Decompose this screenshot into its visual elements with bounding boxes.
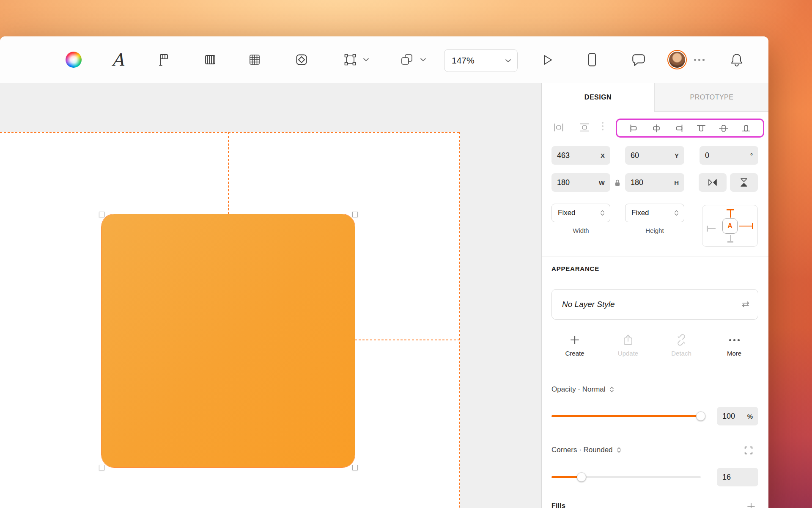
selection-handle-bottom-right[interactable]	[352, 465, 358, 470]
layer-style-select[interactable]: No Layer Style	[551, 289, 758, 320]
corner-radius-value: 16	[722, 473, 731, 482]
opacity-slider[interactable]	[551, 411, 701, 421]
measure-tool-button[interactable]	[154, 50, 173, 69]
zoom-select[interactable]: 147%	[444, 49, 518, 72]
x-value: 463	[557, 151, 570, 160]
swap-style-icon[interactable]	[741, 301, 750, 308]
corners-label: Corners · Rounded	[551, 446, 613, 454]
flip-vertical-button[interactable]	[730, 173, 758, 192]
mirror-device-button[interactable]	[583, 50, 601, 69]
canvas[interactable]	[0, 83, 541, 508]
text-tool-button[interactable]: A	[109, 50, 127, 69]
width-unit: W	[599, 179, 605, 186]
style-update-button: Update	[607, 334, 649, 357]
frame-selection-icon	[343, 52, 358, 67]
y-input[interactable]: 60 Y	[625, 146, 684, 165]
selection-handle-top-left[interactable]	[99, 212, 104, 217]
height-sizing-select[interactable]: Fixed	[625, 204, 684, 222]
constraint-pin-bottom-icon[interactable]	[730, 235, 731, 241]
section-divider	[542, 257, 768, 257]
update-arrow-icon	[622, 334, 634, 346]
corners-type-row[interactable]: Corners · Rounded	[551, 446, 621, 454]
align-middle-vertical-icon[interactable]	[718, 124, 729, 133]
account-avatar[interactable]	[667, 50, 687, 69]
width-sizing-select[interactable]: Fixed	[551, 204, 610, 222]
artboard-guide-top	[0, 132, 460, 133]
preview-play-button[interactable]	[538, 50, 556, 69]
inspector-panel: DESIGN PROTOTYPE	[541, 83, 768, 508]
tab-prototype-label: PROTOTYPE	[690, 94, 734, 101]
plus-icon	[571, 336, 579, 344]
align-center-horizontal-icon[interactable]	[651, 124, 662, 133]
height-input[interactable]: 180 H	[625, 173, 684, 192]
color-picker-button[interactable]	[64, 50, 83, 69]
align-right-icon[interactable]	[673, 124, 684, 133]
distribute-vertical-icon	[579, 123, 590, 132]
corner-radius-slider[interactable]	[551, 472, 701, 482]
style-create-button[interactable]: Create	[554, 334, 596, 357]
stepper-chevrons-icon[interactable]	[609, 386, 614, 393]
grid-button[interactable]	[245, 50, 264, 69]
height-unit: H	[674, 179, 679, 186]
grid-icon	[247, 52, 262, 67]
flip-horizontal-button[interactable]	[699, 173, 727, 192]
more-dot-icon	[694, 59, 696, 61]
corner-radius-input[interactable]: 16	[717, 468, 758, 486]
artboard-guide-vertical-right	[459, 132, 460, 508]
opacity-value-input[interactable]: 100 %	[717, 407, 758, 425]
comments-button[interactable]	[629, 50, 648, 69]
ellipsis-icon	[713, 334, 755, 346]
notifications-button[interactable]	[727, 50, 746, 69]
align-left-icon[interactable]	[628, 124, 639, 133]
align-top-icon[interactable]	[696, 124, 707, 133]
tab-prototype[interactable]: PROTOTYPE	[654, 83, 768, 112]
flag-ruler-icon	[156, 52, 171, 67]
rotation-input[interactable]: 0 °	[700, 146, 758, 165]
symbols-chevron-icon[interactable]	[420, 58, 426, 62]
zoom-chevron-icon	[505, 59, 511, 63]
stepper-chevrons-icon[interactable]	[617, 446, 621, 454]
toolbar: A	[0, 36, 768, 83]
style-detach-button: Detach	[660, 334, 702, 357]
insert-shape-button[interactable]	[292, 50, 311, 69]
columns-icon	[203, 52, 218, 67]
opacity-blend-row[interactable]: Opacity · Normal	[551, 385, 614, 394]
fills-section-title: Fills	[551, 502, 565, 508]
selection-handle-bottom-left[interactable]	[99, 465, 104, 470]
frame-tool-button[interactable]	[341, 50, 359, 69]
selected-rectangle-layer[interactable]	[102, 214, 355, 467]
artboard-guide-middle	[355, 340, 460, 340]
tab-design-label: DESIGN	[584, 94, 612, 101]
distribute-horizontally-button[interactable]	[551, 120, 566, 135]
width-value: 180	[557, 178, 570, 187]
corner-radius-slider-knob[interactable]	[577, 472, 586, 482]
constraint-pin-right-icon[interactable]	[752, 223, 753, 229]
style-more-button[interactable]: More	[713, 334, 755, 357]
artboard-guide-vertical-left	[228, 132, 229, 215]
symbols-button[interactable]	[398, 50, 416, 69]
add-fill-icon[interactable]	[747, 503, 755, 508]
app-window: A	[0, 36, 768, 508]
resizing-constraints-widget[interactable]: A	[702, 205, 758, 247]
opacity-label: Opacity · Normal	[551, 385, 606, 394]
selection-handle-top-right[interactable]	[352, 212, 358, 217]
x-input[interactable]: 463 X	[551, 146, 610, 165]
stepper-chevrons-icon	[600, 209, 605, 217]
diamond-slice-icon	[294, 52, 309, 67]
distribute-vertically-button[interactable]	[577, 120, 592, 135]
lock-ratio-icon[interactable]	[614, 179, 621, 187]
flip-horizontal-icon	[707, 178, 718, 187]
y-value: 60	[631, 151, 639, 160]
collaborators-more-button[interactable]	[691, 50, 708, 69]
layers-copy-icon	[399, 52, 414, 67]
layout-columns-button[interactable]	[201, 50, 219, 69]
frame-tool-chevron-icon[interactable]	[363, 58, 369, 62]
per-corner-expand-icon[interactable]	[744, 446, 753, 455]
tab-design[interactable]: DESIGN	[542, 83, 654, 112]
align-bottom-icon[interactable]	[741, 124, 752, 133]
bell-icon	[730, 52, 744, 67]
width-input[interactable]: 180 W	[551, 173, 610, 192]
opacity-slider-knob[interactable]	[696, 411, 705, 421]
text-tool-icon: A	[112, 51, 124, 68]
height-sizing-value: Fixed	[631, 209, 649, 217]
